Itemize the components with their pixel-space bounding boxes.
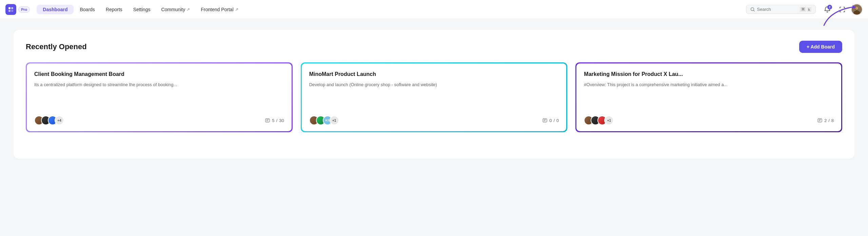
avatars-group-1: +4 bbox=[34, 116, 64, 125]
nav-settings[interactable]: Settings bbox=[129, 5, 155, 14]
member-count-3: +1 bbox=[604, 116, 614, 125]
card-inner-3: Marketing Mission for Product X Lau... #… bbox=[576, 63, 841, 131]
board-card-1[interactable]: Client Booking Management Board Its a ce… bbox=[26, 62, 293, 132]
pro-badge: Pro bbox=[18, 6, 30, 13]
section-card: Recently Opened + Add Board Client Booki… bbox=[14, 30, 854, 159]
board-card-2[interactable]: MinoMart Product Launch Develop and laun… bbox=[301, 62, 568, 132]
svg-rect-1 bbox=[11, 7, 13, 9]
kbd-hint: ⌘ k bbox=[800, 7, 812, 12]
section-title: Recently Opened bbox=[26, 42, 87, 51]
member-count-1: +4 bbox=[55, 116, 64, 125]
task-count-1: 5 / 30 bbox=[265, 118, 284, 123]
card-desc-1: Its a centralized platform designed to s… bbox=[34, 81, 284, 88]
task-count-3: 2 / 8 bbox=[817, 118, 834, 123]
svg-point-7 bbox=[853, 10, 860, 15]
task-icon-3 bbox=[817, 118, 823, 123]
nav-frontend-portal[interactable]: Frontend Portal ↗ bbox=[196, 5, 243, 14]
search-icon bbox=[750, 7, 755, 12]
logo-area: Pro bbox=[5, 4, 30, 15]
nav-boards[interactable]: Boards bbox=[75, 5, 99, 14]
board-card-3[interactable]: Marketing Mission for Product X Lau... #… bbox=[575, 62, 842, 132]
notification-badge: 2 bbox=[827, 5, 832, 9]
task-icon-2 bbox=[542, 118, 548, 123]
main-content: Recently Opened + Add Board Client Booki… bbox=[0, 19, 868, 170]
svg-rect-11 bbox=[818, 119, 822, 122]
task-icon-1 bbox=[265, 118, 270, 123]
svg-rect-2 bbox=[8, 10, 11, 12]
card-footer-2: KS +1 0 / 0 bbox=[309, 116, 559, 125]
svg-point-8 bbox=[855, 7, 859, 10]
notification-button[interactable]: 2 bbox=[821, 3, 833, 16]
external-link-icon: ↗ bbox=[186, 7, 190, 12]
right-icons: 2 bbox=[821, 3, 863, 16]
task-count-2: 0 / 0 bbox=[542, 118, 559, 123]
external-link-icon-2: ↗ bbox=[235, 7, 238, 12]
avatars-group-2: KS +1 bbox=[309, 116, 339, 125]
user-avatar[interactable] bbox=[851, 4, 863, 15]
search-bar[interactable]: ⌘ k bbox=[746, 5, 816, 14]
nav-reports[interactable]: Reports bbox=[101, 5, 127, 14]
app-logo[interactable] bbox=[5, 4, 16, 15]
card-footer-3: +1 2 / 8 bbox=[584, 116, 834, 125]
avatars-group-3: +1 bbox=[584, 116, 614, 125]
avatar-image bbox=[852, 4, 862, 15]
svg-rect-9 bbox=[265, 119, 270, 122]
nav-dashboard[interactable]: Dashboard bbox=[37, 5, 74, 14]
card-title-1: Client Booking Management Board bbox=[34, 71, 284, 78]
cards-row: Client Booking Management Board Its a ce… bbox=[26, 62, 842, 132]
add-board-button[interactable]: + Add Board bbox=[799, 41, 842, 53]
navbar: Pro Dashboard Boards Reports Settings Co… bbox=[0, 0, 868, 19]
search-input[interactable] bbox=[757, 7, 798, 12]
svg-rect-0 bbox=[8, 7, 11, 9]
member-count-2: +1 bbox=[330, 116, 339, 125]
card-title-3: Marketing Mission for Product X Lau... bbox=[584, 71, 834, 78]
fullscreen-icon bbox=[839, 6, 845, 13]
card-desc-2: Develop and launch (Online grocery shop … bbox=[309, 81, 559, 88]
card-inner-2: MinoMart Product Launch Develop and laun… bbox=[302, 63, 567, 131]
card-inner-1: Client Booking Management Board Its a ce… bbox=[27, 63, 292, 131]
card-title-2: MinoMart Product Launch bbox=[309, 71, 559, 78]
svg-rect-10 bbox=[543, 119, 547, 122]
section-header: Recently Opened + Add Board bbox=[26, 41, 842, 53]
fullscreen-button[interactable] bbox=[836, 3, 848, 16]
card-footer-1: +4 5 / 30 bbox=[34, 116, 284, 125]
card-desc-3: #Overview: This project is a comprehensi… bbox=[584, 81, 834, 88]
nav-community[interactable]: Community ↗ bbox=[156, 5, 195, 14]
svg-rect-3 bbox=[11, 10, 13, 12]
